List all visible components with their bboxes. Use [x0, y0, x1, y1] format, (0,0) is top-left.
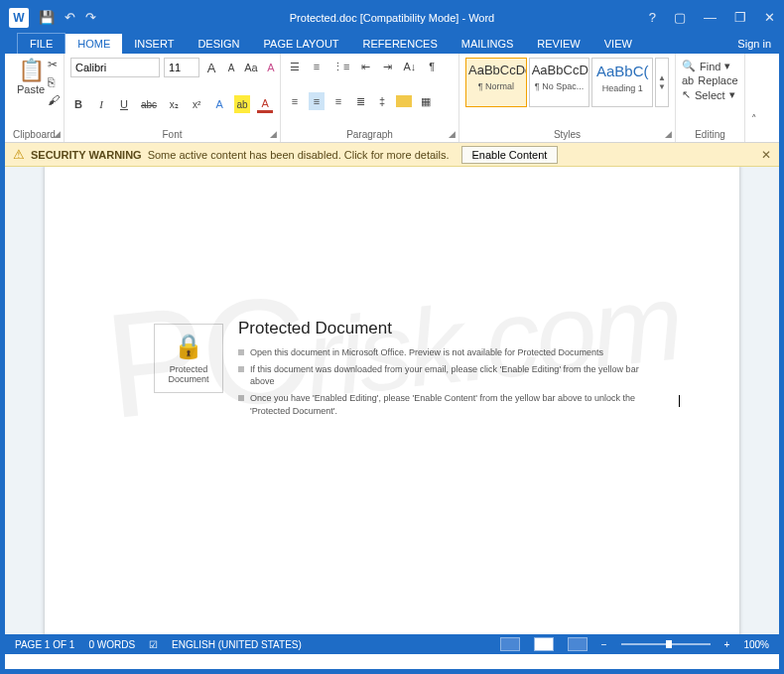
word-count[interactable]: 0 WORDS — [88, 639, 135, 650]
read-mode-icon[interactable] — [500, 637, 520, 651]
sign-in-link[interactable]: Sign in — [737, 38, 771, 54]
print-layout-icon[interactable] — [534, 637, 554, 651]
cut-icon[interactable]: ✂ — [48, 58, 60, 71]
tab-references[interactable]: REFERENCES — [351, 34, 450, 54]
tab-review[interactable]: REVIEW — [525, 34, 591, 54]
bullet-icon — [238, 366, 244, 372]
quick-access-toolbar: 💾 ↶ ↷ — [39, 10, 96, 25]
tab-page-layout[interactable]: PAGE LAYOUT — [252, 34, 351, 54]
document-area[interactable]: 🔒 Protected Document Protected Document … — [5, 167, 779, 634]
protected-document-badge: 🔒 Protected Document — [154, 324, 223, 393]
collapse-ribbon-icon[interactable]: ˄ — [745, 54, 763, 142]
tab-view[interactable]: VIEW — [592, 34, 644, 54]
list-item: Open this document in Microsoft Office. … — [238, 346, 665, 358]
group-paragraph: ☰ ≡ ⋮≡ ⇤ ⇥ A↓ ¶ ≡ ≡ ≡ ≣ ‡ ▦ Paragraph ◢ — [281, 54, 459, 142]
style-no-spacing[interactable]: AaBbCcDd ¶ No Spac... — [529, 58, 590, 107]
styles-dialog-launcher-icon[interactable]: ◢ — [665, 129, 672, 139]
ribbon-display-options-icon[interactable]: ▢ — [674, 10, 686, 25]
tab-home[interactable]: HOME — [65, 34, 122, 54]
group-clipboard: 📋 Paste ✂ ⎘ 🖌 Clipboard ◢ — [5, 54, 65, 142]
align-right-icon[interactable]: ≡ — [330, 92, 346, 110]
shrink-font-icon[interactable]: A — [223, 59, 239, 76]
grow-font-icon[interactable]: A — [203, 59, 219, 76]
select-button[interactable]: ↖Select ▾ — [682, 88, 738, 101]
change-case-icon[interactable]: Aa — [243, 59, 259, 76]
show-marks-icon[interactable]: ¶ — [424, 58, 440, 75]
clear-formatting-icon[interactable]: A — [263, 59, 279, 76]
language-status[interactable]: ENGLISH (UNITED STATES) — [172, 639, 302, 650]
sort-icon[interactable]: A↓ — [401, 58, 418, 75]
increase-indent-icon[interactable]: ⇥ — [379, 58, 395, 75]
status-bar: PAGE 1 OF 1 0 WORDS ☑ ENGLISH (UNITED ST… — [5, 634, 779, 654]
style-normal[interactable]: AaBbCcDd ¶ Normal — [465, 58, 527, 107]
spellcheck-icon[interactable]: ☑ — [149, 639, 158, 650]
clipboard-group-label: Clipboard — [11, 127, 58, 140]
window-title: Protected.doc [Compatibility Mode] - Wor… — [290, 12, 494, 24]
format-painter-icon[interactable]: 🖌 — [48, 93, 60, 107]
ribbon-tabs: FILE HOME INSERT DESIGN PAGE LAYOUT REFE… — [5, 30, 779, 54]
line-spacing-icon[interactable]: ‡ — [374, 92, 390, 110]
bold-button[interactable]: B — [70, 95, 86, 113]
word-app-icon: W — [9, 8, 29, 28]
paste-button[interactable]: 📋 Paste — [11, 58, 51, 95]
strikethrough-button[interactable]: abc — [139, 95, 159, 113]
tab-mailings[interactable]: MAILINGS — [450, 34, 526, 54]
bullets-icon[interactable]: ☰ — [287, 58, 303, 75]
text-effects-icon[interactable]: A — [211, 95, 227, 113]
font-color-icon[interactable]: A — [257, 95, 273, 113]
font-name-input[interactable] — [70, 58, 160, 77]
web-layout-icon[interactable] — [568, 637, 588, 651]
paragraph-dialog-launcher-icon[interactable]: ◢ — [449, 129, 456, 139]
italic-button[interactable]: I — [93, 95, 109, 113]
bullet-icon — [238, 349, 244, 355]
editing-group-label: Editing — [682, 127, 738, 140]
warning-message[interactable]: Some active content has been disabled. C… — [148, 149, 450, 161]
zoom-slider[interactable] — [621, 643, 711, 645]
multilevel-list-icon[interactable]: ⋮≡ — [330, 58, 351, 75]
close-button[interactable]: ✕ — [764, 10, 775, 25]
align-left-icon[interactable]: ≡ — [287, 92, 303, 110]
undo-icon[interactable]: ↶ — [65, 10, 75, 25]
zoom-out-icon[interactable]: − — [601, 639, 607, 650]
select-icon: ↖ — [682, 88, 691, 101]
lock-icon: 🔒 — [174, 333, 203, 360]
align-center-icon[interactable]: ≡ — [309, 92, 325, 110]
shading-icon[interactable] — [396, 95, 412, 107]
styles-gallery-expand-icon[interactable]: ▲▼ — [655, 58, 669, 107]
title-bar: W 💾 ↶ ↷ Protected.doc [Compatibility Mod… — [5, 5, 779, 30]
find-button[interactable]: 🔍Find ▾ — [682, 60, 738, 72]
warning-close-icon[interactable]: ✕ — [761, 148, 771, 162]
superscript-button[interactable]: x² — [189, 95, 204, 113]
paste-label: Paste — [17, 83, 45, 95]
decrease-indent-icon[interactable]: ⇤ — [357, 58, 373, 75]
save-icon[interactable]: 💾 — [39, 10, 55, 25]
borders-icon[interactable]: ▦ — [418, 92, 434, 110]
style-heading-1[interactable]: AaBbC( Heading 1 — [591, 58, 653, 107]
zoom-in-icon[interactable]: + — [724, 639, 730, 650]
copy-icon[interactable]: ⎘ — [48, 75, 60, 89]
clipboard-dialog-launcher-icon[interactable]: ◢ — [54, 129, 61, 139]
font-size-input[interactable] — [164, 58, 199, 77]
redo-icon[interactable]: ↷ — [85, 10, 96, 25]
page-count[interactable]: PAGE 1 OF 1 — [15, 639, 74, 650]
restore-button[interactable]: ❐ — [734, 10, 746, 25]
security-warning-bar: ⚠ SECURITY WARNING Some active content h… — [5, 143, 779, 167]
badge-label: Protected Document — [155, 364, 222, 384]
minimize-button[interactable]: — — [704, 10, 717, 25]
help-icon[interactable]: ? — [649, 10, 656, 25]
warning-icon: ⚠ — [13, 147, 25, 162]
ribbon: 📋 Paste ✂ ⎘ 🖌 Clipboard ◢ A A Aa A B I U… — [5, 54, 779, 143]
tab-design[interactable]: DESIGN — [186, 34, 251, 54]
underline-button[interactable]: U — [116, 95, 132, 113]
tab-insert[interactable]: INSERT — [122, 34, 186, 54]
tab-file[interactable]: FILE — [17, 33, 65, 54]
numbering-icon[interactable]: ≡ — [309, 58, 325, 75]
replace-button[interactable]: abReplace — [682, 74, 738, 86]
justify-icon[interactable]: ≣ — [352, 92, 368, 110]
highlight-icon[interactable]: ab — [234, 95, 250, 113]
document-heading: Protected Document — [238, 319, 665, 338]
zoom-level[interactable]: 100% — [743, 639, 769, 650]
subscript-button[interactable]: x₂ — [166, 95, 182, 113]
enable-content-button[interactable]: Enable Content — [461, 146, 559, 164]
font-dialog-launcher-icon[interactable]: ◢ — [270, 129, 277, 139]
